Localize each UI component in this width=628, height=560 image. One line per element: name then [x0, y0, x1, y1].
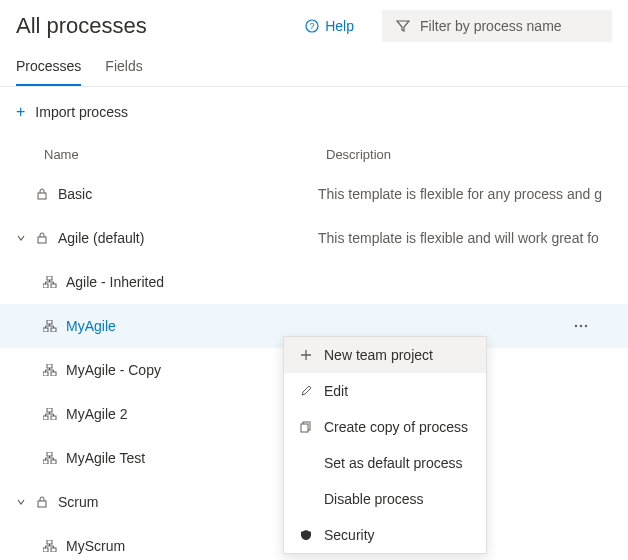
import-label: Import process — [35, 104, 128, 120]
pencil-icon — [298, 385, 314, 397]
svg-rect-16 — [47, 408, 52, 412]
svg-rect-22 — [38, 501, 46, 507]
inherit-icon — [42, 276, 58, 288]
tab-processes[interactable]: Processes — [16, 52, 81, 86]
svg-rect-18 — [51, 416, 56, 420]
menu-label: Create copy of process — [324, 419, 468, 435]
tabs: Processes Fields — [0, 42, 628, 87]
inherit-icon — [42, 364, 58, 376]
lock-icon — [34, 232, 50, 244]
menu-security[interactable]: Security — [284, 517, 486, 553]
help-label: Help — [325, 18, 354, 34]
svg-rect-4 — [47, 276, 52, 280]
table-row[interactable]: Agile (default) This template is flexibl… — [0, 216, 628, 260]
lock-icon — [34, 496, 50, 508]
inherit-icon — [42, 540, 58, 552]
row-name: MyAgile — [66, 318, 326, 334]
svg-rect-3 — [38, 237, 46, 243]
inherit-icon — [42, 320, 58, 332]
svg-rect-21 — [51, 460, 56, 464]
filter-placeholder: Filter by process name — [420, 18, 562, 34]
row-name: Agile - Inherited — [66, 274, 326, 290]
chevron-down-icon[interactable] — [16, 497, 30, 507]
row-desc: This template is flexible for any proces… — [318, 186, 612, 202]
row-name: Agile (default) — [58, 230, 318, 246]
svg-rect-6 — [51, 284, 56, 288]
menu-set-default[interactable]: Set as default process — [284, 445, 486, 481]
copy-icon — [298, 421, 314, 433]
menu-edit[interactable]: Edit — [284, 373, 486, 409]
svg-rect-13 — [47, 364, 52, 368]
menu-label: Edit — [324, 383, 348, 399]
svg-rect-27 — [301, 424, 308, 432]
filter-icon — [396, 19, 410, 33]
import-process-button[interactable]: + Import process — [0, 87, 628, 137]
svg-rect-25 — [51, 548, 56, 552]
menu-label: Disable process — [324, 491, 424, 507]
svg-point-10 — [575, 325, 577, 327]
plus-icon: + — [16, 103, 25, 121]
menu-disable[interactable]: Disable process — [284, 481, 486, 517]
svg-rect-20 — [43, 460, 48, 464]
svg-rect-15 — [51, 372, 56, 376]
inherit-icon — [42, 452, 58, 464]
svg-point-11 — [580, 325, 582, 327]
svg-rect-19 — [47, 452, 52, 456]
plus-icon — [298, 349, 314, 361]
svg-rect-23 — [47, 540, 52, 544]
chevron-down-icon[interactable] — [16, 233, 30, 243]
svg-rect-17 — [43, 416, 48, 420]
menu-new-team-project[interactable]: New team project — [284, 337, 486, 373]
svg-rect-7 — [47, 320, 52, 324]
svg-rect-14 — [43, 372, 48, 376]
help-link[interactable]: ? Help — [295, 12, 364, 40]
svg-point-12 — [585, 325, 587, 327]
menu-label: Security — [324, 527, 375, 543]
page-title: All processes — [16, 13, 295, 39]
table-row[interactable]: Basic This template is flexible for any … — [0, 172, 628, 216]
shield-icon — [298, 529, 314, 541]
svg-rect-9 — [51, 328, 56, 332]
column-name: Name — [16, 147, 326, 162]
svg-rect-2 — [38, 193, 46, 199]
row-desc: This template is flexible and will work … — [318, 230, 612, 246]
header: All processes ? Help Filter by process n… — [0, 0, 628, 42]
table-row[interactable]: Agile - Inherited — [0, 260, 628, 304]
svg-rect-5 — [43, 284, 48, 288]
inherit-icon — [42, 408, 58, 420]
filter-input[interactable]: Filter by process name — [382, 10, 612, 42]
column-description: Description — [326, 147, 612, 162]
menu-create-copy[interactable]: Create copy of process — [284, 409, 486, 445]
row-name: Basic — [58, 186, 318, 202]
more-actions-button[interactable] — [570, 320, 592, 332]
svg-rect-24 — [43, 548, 48, 552]
tab-fields[interactable]: Fields — [105, 52, 142, 86]
help-icon: ? — [305, 19, 319, 33]
svg-rect-8 — [43, 328, 48, 332]
row-name: Scrum — [58, 494, 318, 510]
menu-label: Set as default process — [324, 455, 463, 471]
lock-icon — [34, 188, 50, 200]
context-menu: New team project Edit Create copy of pro… — [283, 336, 487, 554]
svg-text:?: ? — [310, 21, 315, 31]
menu-label: New team project — [324, 347, 433, 363]
table-header: Name Description — [0, 137, 628, 172]
